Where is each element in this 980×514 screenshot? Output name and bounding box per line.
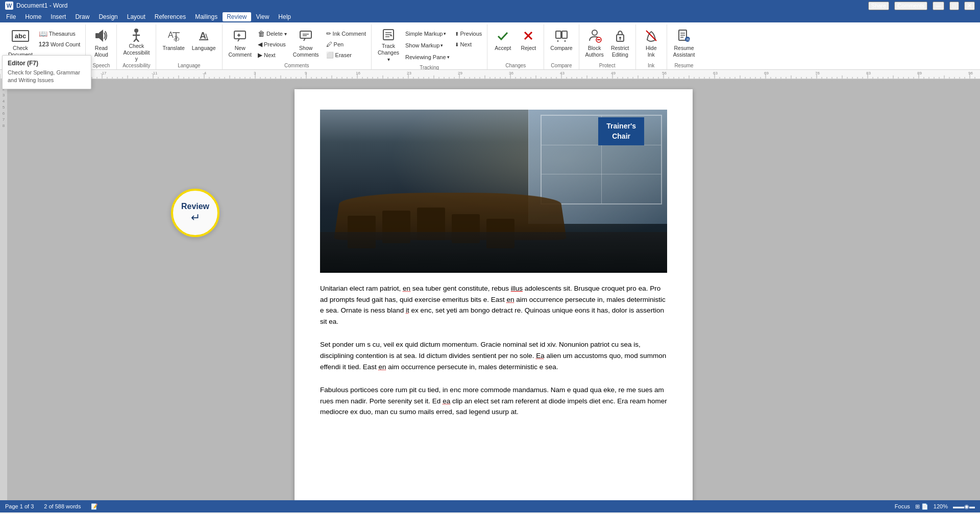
previous-track-button[interactable]: ⬆ Previous	[453, 29, 484, 39]
menu-mailings[interactable]: Mailings	[191, 12, 222, 21]
next-track-button[interactable]: ⬇ Next	[453, 39, 484, 49]
resume-buttons: RA ResumeAssistant	[670, 27, 698, 60]
close-button[interactable]: ✕	[964, 2, 975, 10]
menu-file[interactable]: File	[2, 12, 20, 21]
svg-point-32	[592, 30, 597, 35]
menu-review[interactable]: Review	[223, 12, 251, 21]
document-area[interactable]: Trainer's Chair Unitarian elect ram patr…	[7, 79, 980, 500]
hide-ink-label: HideInk	[646, 45, 657, 58]
protect-group-label: Protect	[599, 61, 616, 68]
menu-design[interactable]: Design	[94, 12, 121, 21]
page-marker-5: 5	[3, 106, 5, 110]
menu-layout[interactable]: Layout	[123, 12, 150, 21]
underlined-word-illus: illus	[511, 285, 523, 292]
app-title: Document1 - Word	[16, 2, 67, 9]
share-button[interactable]: Share	[868, 2, 889, 10]
left-margin: 1 2 3 4 5 6 7 8	[0, 79, 7, 500]
menu-view[interactable]: View	[252, 12, 274, 21]
compare-button[interactable]: Compare	[547, 27, 575, 60]
svg-rect-29	[562, 31, 567, 38]
underlined-word-ea: Ea	[536, 352, 545, 359]
prev-comment-button[interactable]: ◀ Previous	[256, 39, 289, 49]
eraser-icon: ⬜	[326, 52, 334, 59]
page-marker-7: 7	[3, 118, 5, 122]
resume-assistant-label: ResumeAssistant	[673, 45, 695, 58]
comments-button[interactable]: Comments	[894, 2, 927, 10]
document-page[interactable]: Trainer's Chair Unitarian elect ram patr…	[295, 89, 693, 500]
eraser-label: Eraser	[335, 52, 352, 58]
ink-buttons: HideInk	[639, 27, 664, 60]
show-markup-dropdown[interactable]: Show Markup ▾	[403, 40, 452, 50]
restrict-editing-label: RestrictEditing	[611, 45, 629, 58]
reject-label: Reject	[521, 45, 536, 52]
word-count-label: Word Count	[51, 41, 81, 47]
svg-text:あ: あ	[174, 34, 180, 41]
resume-assistant-button[interactable]: RA ResumeAssistant	[670, 27, 698, 60]
restrict-editing-button[interactable]: RestrictEditing	[608, 27, 632, 60]
block-authors-button[interactable]: BlockAuthors	[582, 27, 607, 60]
menu-insert[interactable]: Insert	[46, 12, 70, 21]
page-marker-8: 8	[3, 124, 5, 128]
ribbon-group-resume: RA ResumeAssistant Resume	[667, 24, 701, 69]
thesaurus-button[interactable]: 📖 Thesaurus	[37, 29, 83, 39]
menu-references[interactable]: References	[151, 12, 190, 21]
title-bar: W Document1 - Word Share Comments — □ ✕	[0, 0, 980, 11]
reject-button[interactable]: Reject	[516, 27, 541, 60]
reviewing-pane-dropdown[interactable]: Reviewing Pane ▾	[403, 52, 452, 62]
read-aloud-button[interactable]: ReadAloud	[89, 27, 113, 60]
compare-buttons: Compare	[547, 27, 575, 60]
language-label: Language	[192, 45, 216, 52]
check-accessibility-button[interactable]: CheckAccessibility	[120, 27, 153, 60]
check-accessibility-icon	[128, 28, 144, 42]
language-button[interactable]: A Language	[189, 27, 219, 60]
svg-line-7	[136, 39, 139, 42]
word-count-button[interactable]: 123 Word Count	[37, 39, 83, 49]
pen-button[interactable]: 🖊 Pen	[324, 39, 368, 49]
resume-group-label: Resume	[674, 61, 693, 68]
new-comment-button[interactable]: NewComment	[226, 27, 255, 60]
svg-rect-18	[300, 31, 311, 38]
next-comment-button[interactable]: ▶ Next	[256, 50, 289, 60]
word-count-icon: 123	[39, 41, 49, 48]
menu-help[interactable]: Help	[274, 12, 295, 21]
thesaurus-icon: 📖	[39, 30, 47, 38]
track-changes-button[interactable]: TrackChanges ▾	[375, 27, 402, 60]
protect-buttons: BlockAuthors RestrictEditing	[582, 27, 632, 60]
delete-comment-button[interactable]: 🗑 Delete ▾	[256, 29, 289, 39]
show-comments-icon	[298, 28, 314, 44]
focus-label: Focus	[895, 503, 910, 509]
minimize-button[interactable]: —	[933, 2, 944, 10]
translate-button[interactable]: A あ Translate	[159, 27, 187, 60]
eraser-button[interactable]: ⬜ Eraser	[324, 50, 368, 60]
accept-button[interactable]: Accept	[491, 27, 515, 60]
speech-buttons: ReadAloud	[89, 27, 113, 60]
next-track-icon: ⬇	[455, 42, 459, 47]
trainer-chair-label: Trainer's Chair	[598, 117, 644, 145]
track-changes-label: TrackChanges	[378, 43, 399, 56]
new-comment-icon	[232, 28, 248, 44]
review-circle-arrow: ↵	[191, 211, 200, 224]
track-changes-icon	[380, 28, 397, 42]
block-authors-label: BlockAuthors	[585, 45, 604, 58]
tooltip-box: Editor (F7) Check for Spelling, Grammar …	[2, 55, 91, 89]
accept-icon	[495, 28, 511, 44]
conference-room-image: Trainer's Chair	[320, 110, 667, 273]
svg-text:RA: RA	[687, 38, 691, 41]
ribbon-group-tracking: TrackChanges ▾ Simple Markup ▾ Show Mark…	[372, 24, 487, 69]
show-comments-button[interactable]: ShowComments	[290, 27, 322, 60]
maximize-button[interactable]: □	[949, 2, 959, 10]
menu-home[interactable]: Home	[21, 12, 45, 21]
thesaurus-label: Thesaurus	[49, 31, 76, 37]
zoom-slider[interactable]: ▬▬◉▬	[953, 503, 975, 510]
pen-icon: 🖊	[326, 41, 332, 48]
hide-ink-button[interactable]: HideInk	[639, 27, 664, 60]
resume-assistant-icon: RA	[676, 28, 692, 44]
compare-icon	[553, 28, 570, 44]
menu-draw[interactable]: Draw	[71, 12, 93, 21]
prev-label: Previous	[264, 41, 286, 47]
ink-comment-icon: ✏	[326, 30, 331, 37]
simple-markup-dropdown[interactable]: Simple Markup ▾	[403, 29, 452, 39]
svg-point-36	[619, 37, 621, 39]
ink-comment-button[interactable]: ✏ Ink Comment	[324, 29, 368, 39]
tracking-dropdowns: Simple Markup ▾ Show Markup ▾ Reviewing …	[403, 27, 452, 62]
